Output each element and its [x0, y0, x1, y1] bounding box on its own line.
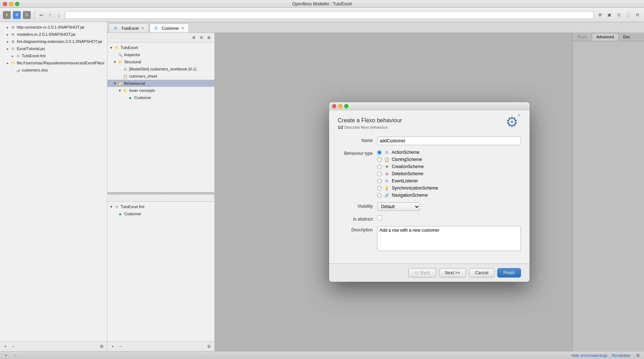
main-folder-icon: 📁: [114, 45, 119, 50]
visibility-control: Default Public Protected Private: [377, 202, 521, 211]
toolbar-icon-2[interactable]: ⚙: [13, 11, 21, 19]
dialog-body: ⚙ + Create a Flexo behaviour 1/2 Describ…: [329, 110, 530, 264]
back-button[interactable]: << Back: [408, 268, 436, 277]
cancel-button[interactable]: Cancel: [469, 268, 494, 277]
tree-item-excel[interactable]: ▸ 📊 customers.xlsx: [0, 67, 107, 74]
tab-customer[interactable]: ⚙ Customer ✕: [150, 24, 189, 33]
bottom-toggle-tutofml[interactable]: ▼: [109, 204, 114, 209]
status-remove-button[interactable]: −: [12, 352, 19, 359]
main-tree-inner[interactable]: ▼ 📁 Inner concepts: [107, 87, 214, 94]
remove-tree-button[interactable]: −: [117, 343, 124, 350]
toolbar-icon-1[interactable]: ⚡: [3, 11, 11, 19]
main-toggle-structural[interactable]: ▼: [112, 59, 117, 64]
toggle-tutofml[interactable]: ▸: [10, 53, 15, 58]
tree-item-tutofml[interactable]: ▸ ⚙ TutoExcel.fml: [0, 52, 107, 59]
nav-forward-button[interactable]: ↓: [55, 11, 63, 19]
toolbar-right-icon-2[interactable]: ▣: [605, 11, 613, 19]
tree-item-modelers[interactable]: ▸ ☕ modelers-rc-2.0.1-SNAPSHOT.jar: [0, 31, 107, 38]
bottom-tree-dots: ···: [109, 196, 114, 200]
toolbar-right-icon-4[interactable]: ⬜: [624, 11, 632, 19]
radio-navigation-label: NavigationScheme: [392, 193, 428, 198]
is-abstract-checkbox[interactable]: [377, 215, 382, 220]
dialog-min-button[interactable]: [338, 104, 342, 108]
bottom-tree-tutofml[interactable]: ▼ ⚙ TutoExcel.fml: [107, 203, 214, 210]
toggle-http[interactable]: ▸: [5, 25, 10, 30]
visibility-select[interactable]: Default Public Protected Private: [377, 202, 420, 211]
toolbar-right-icon-3[interactable]: ⊡: [615, 11, 623, 19]
radio-event-input[interactable]: [377, 179, 382, 183]
dialog-max-button[interactable]: [344, 104, 348, 108]
nav-back-button[interactable]: ↩: [38, 11, 45, 19]
main-label-tutoexcel: TutoExcel: [121, 45, 138, 50]
radio-deletion[interactable]: ⊘ DeletionScheme: [377, 171, 521, 177]
add-tree-button[interactable]: +: [109, 343, 116, 350]
maximize-button[interactable]: [15, 2, 19, 6]
add-left-button[interactable]: +: [2, 343, 9, 350]
main-toggle-inner[interactable]: ▼: [117, 88, 122, 93]
finish-button[interactable]: Finish: [497, 268, 521, 277]
nav-up-button[interactable]: ↑: [46, 11, 54, 19]
radio-creation-input[interactable]: [377, 164, 382, 169]
status-settings-button[interactable]: ⚙: [635, 352, 641, 359]
radio-deletion-input[interactable]: [377, 172, 382, 176]
toolbar-right-icon-1[interactable]: ⊞: [596, 11, 604, 19]
radio-cloning[interactable]: 📋 CloningScheme: [377, 157, 521, 162]
tab-tutoexcel-close[interactable]: ✕: [141, 26, 145, 30]
minimize-button[interactable]: [9, 2, 13, 6]
main-tree-sheet[interactable]: ▸ 📋 cutomers_sheet: [107, 73, 214, 80]
main-tree-behavioural[interactable]: ▼ 📁 Behavioural: [107, 80, 214, 87]
toolbar-right-icon-5[interactable]: ⊟: [633, 11, 641, 19]
dialog-footer: << Back Next >> Cancel Finish: [329, 264, 530, 282]
settings-tree-button[interactable]: ⚙: [206, 343, 212, 350]
next-button[interactable]: Next >>: [439, 268, 466, 277]
action-scheme-icon: ⚙: [384, 149, 390, 155]
dialog-close-button[interactable]: [332, 104, 336, 108]
status-add-button[interactable]: +: [3, 352, 9, 359]
tab-tutoexcel[interactable]: ⚙ TutoExcel ✕: [109, 24, 149, 33]
navigation-scheme-icon: 🔗: [384, 192, 390, 198]
toggle-modelers[interactable]: ▸: [5, 32, 10, 37]
tree-ctrl-1[interactable]: ⊕: [191, 34, 197, 41]
tree-item-folder[interactable]: ▸ 📁 file:/Users/mac/Repositories/resourc…: [0, 59, 107, 67]
radio-cloning-input[interactable]: [377, 157, 382, 162]
radio-action-input[interactable]: [377, 150, 382, 155]
tree-item-prj[interactable]: ▸ ⚙ ExcelTutorial.prj: [0, 45, 107, 52]
radio-event-label: EventListener: [392, 178, 418, 183]
main-tree-customer[interactable]: ▸ ◆ Customer: [107, 94, 214, 101]
main-toggle-tutoexcel[interactable]: ▼: [109, 45, 114, 50]
toggle-fml-ext[interactable]: ▸: [5, 39, 10, 44]
radio-event[interactable]: ⚙ EventListener: [377, 178, 521, 184]
tree-item-http[interactable]: ▸ ☕ http-connector-rc-2.0.1-SNAPSHOT.jar: [0, 24, 107, 31]
main-label-inner: Inner concepts: [129, 88, 155, 93]
tab-customer-close[interactable]: ✕: [181, 26, 185, 30]
radio-sync[interactable]: 💡 SynchronizationScheme: [377, 185, 521, 191]
window-controls[interactable]: [3, 2, 19, 6]
toggle-folder[interactable]: ▸: [5, 60, 10, 65]
remove-left-button[interactable]: −: [10, 343, 16, 350]
close-button[interactable]: [3, 2, 7, 6]
main-tree-inspector[interactable]: ▸ 🔍 Inspector: [107, 51, 214, 58]
radio-action[interactable]: ⚙ ActionScheme: [377, 149, 521, 155]
toolbar-icon-3[interactable]: G: [23, 11, 31, 19]
radio-sync-input[interactable]: [377, 186, 382, 191]
main-tree-tutoexcel[interactable]: ▼ 📁 TutoExcel: [107, 44, 214, 51]
settings-left-button[interactable]: ⚙: [98, 343, 105, 350]
radio-creation[interactable]: ✚ CreationScheme: [377, 164, 521, 169]
breadcrumb-input[interactable]: [65, 11, 594, 19]
hide-errors-link[interactable]: Hide errors/warnings: [571, 353, 608, 358]
revalidate-link[interactable]: Revalidate: [612, 353, 630, 358]
customer-concept-icon: ◆: [127, 95, 133, 100]
main-toggle-behavioural[interactable]: ▼: [112, 81, 117, 86]
bottom-tree-customer[interactable]: ▸ ◆ Customer: [107, 210, 214, 217]
bottom-customer-icon: ◆: [117, 211, 123, 217]
tree-ctrl-2[interactable]: ⊖: [198, 34, 205, 41]
toggle-prj[interactable]: ▸: [5, 46, 10, 51]
name-input[interactable]: [377, 137, 521, 145]
tree-item-fml[interactable]: ▸ ☕ fml-diagramming-extension-2.0.1-SNAP…: [0, 38, 107, 45]
radio-navigation-input[interactable]: [377, 193, 382, 198]
radio-navigation[interactable]: 🔗 NavigationScheme: [377, 192, 521, 198]
description-textarea[interactable]: Add a row with a new customer: [377, 226, 521, 251]
tree-ctrl-3[interactable]: ⊗: [206, 34, 212, 41]
main-tree-modelslot[interactable]: ▸ ⊞ [ModelSlot] customers_workbook (0-1): [107, 65, 214, 73]
main-tree-structural[interactable]: ▼ 📁 Structural: [107, 58, 214, 65]
